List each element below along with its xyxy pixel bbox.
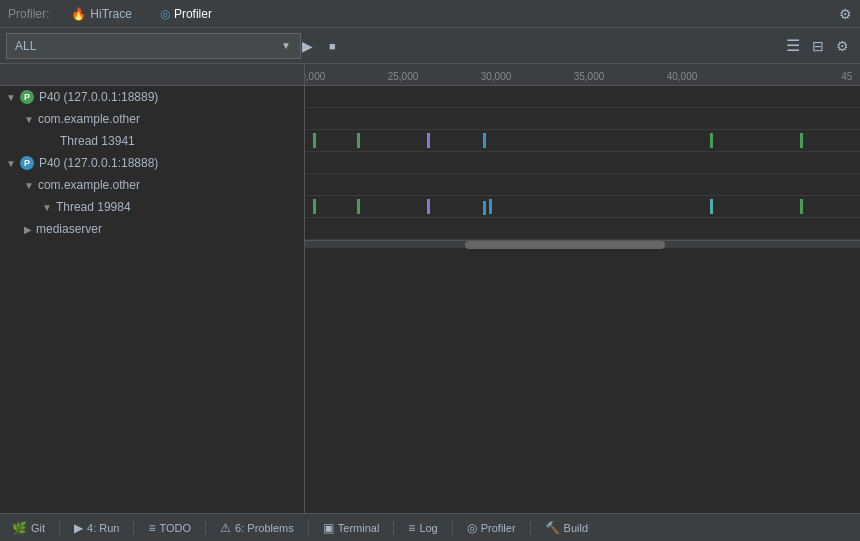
timeline-row-6 <box>305 218 860 240</box>
ruler-mark: 45 <box>841 71 852 82</box>
git-icon: 🌿 <box>12 521 27 535</box>
tab-profiler[interactable]: ◎ Profiler <box>154 5 218 23</box>
ruler-mark: 35,000 <box>574 71 605 82</box>
log-label: Log <box>419 522 437 534</box>
status-divider <box>452 521 453 535</box>
group-label: mediaserver <box>36 222 102 236</box>
tree-row-thread-13941[interactable]: Thread 13941 <box>0 130 304 152</box>
timeline-bar <box>357 199 360 214</box>
profiler-label: Profiler <box>481 522 516 534</box>
build-icon: 🔨 <box>545 521 560 535</box>
timeline-rows <box>305 86 860 240</box>
status-build[interactable]: 🔨 Build <box>539 519 594 537</box>
chart-icon: ◎ <box>160 7 170 21</box>
chevron-icon: ▶ <box>24 224 32 235</box>
timeline-bar <box>427 199 430 214</box>
tree-row-com-example-1[interactable]: ▼ com.example.other <box>0 108 304 130</box>
thread-label: Thread 19984 <box>56 200 131 214</box>
toolbar: ALL ▼ ▶ ■ ☰ ⊟ ⚙ <box>0 28 860 64</box>
main-area: ▼ P P40 (127.0.0.1:18889) ▼ com.example.… <box>0 64 860 513</box>
ruler-mark: 25,000 <box>388 71 419 82</box>
timeline-bar <box>357 133 360 148</box>
menu-button[interactable]: ☰ <box>781 33 805 58</box>
status-terminal[interactable]: ▣ Terminal <box>317 519 386 537</box>
terminal-label: Terminal <box>338 522 380 534</box>
group-label: com.example.other <box>38 178 140 192</box>
settings-icon-button[interactable]: ⚙ <box>831 33 854 58</box>
process-label: P40 (127.0.0.1:18889) <box>39 90 158 104</box>
status-bar: 🌿 Git ▶ 4: Run ≡ TODO ⚠ 6: Problems ▣ Te… <box>0 513 860 541</box>
timeline-bar <box>800 133 803 148</box>
flame-icon: 🔥 <box>71 7 86 21</box>
tree-row-thread-19984[interactable]: ▼ Thread 19984 <box>0 196 304 218</box>
ruler-mark: 20,000 <box>305 71 325 82</box>
process-label: P40 (127.0.0.1:18888) <box>39 156 158 170</box>
timeline-scrollbar[interactable] <box>305 240 860 248</box>
run-label: 4: Run <box>87 522 119 534</box>
status-run[interactable]: ▶ 4: Run <box>68 519 125 537</box>
scrollbar-thumb[interactable] <box>465 241 665 249</box>
tab-hitrace[interactable]: 🔥 HiTrace <box>65 5 138 23</box>
timeline-row-4 <box>305 174 860 196</box>
status-divider <box>133 521 134 535</box>
timeline-bar <box>710 199 713 214</box>
timeline-bar <box>483 133 486 148</box>
chevron-icon: ▼ <box>42 202 52 213</box>
terminal-icon: ▣ <box>323 521 334 535</box>
problems-label: 6: Problems <box>235 522 294 534</box>
status-log[interactable]: ≡ Log <box>402 519 443 537</box>
settings-button[interactable]: ⚙ <box>839 6 852 22</box>
timeline-bar <box>489 199 492 214</box>
status-todo[interactable]: ≡ TODO <box>142 519 197 537</box>
tree-row-com-example-2[interactable]: ▼ com.example.other <box>0 174 304 196</box>
thread-label: Thread 13941 <box>60 134 135 148</box>
timeline-row-3 <box>305 152 860 174</box>
filter-dropdown[interactable]: ALL <box>6 33 301 59</box>
timeline-row-thread-13941[interactable] <box>305 130 860 152</box>
toolbar-right: ☰ ⊟ ⚙ <box>781 33 854 58</box>
status-git[interactable]: 🌿 Git <box>6 519 51 537</box>
status-divider <box>59 521 60 535</box>
git-label: Git <box>31 522 45 534</box>
timeline-bar <box>313 199 316 214</box>
status-divider <box>205 521 206 535</box>
build-label: Build <box>564 522 588 534</box>
profiler-icon: ◎ <box>467 521 477 535</box>
timeline-row-0 <box>305 86 860 108</box>
status-divider <box>530 521 531 535</box>
title-bar: Profiler: 🔥 HiTrace ◎ Profiler ⚙ <box>0 0 860 28</box>
filter-button[interactable]: ⊟ <box>807 33 829 58</box>
status-divider <box>393 521 394 535</box>
process-icon-blue: P <box>20 156 34 170</box>
timeline-ruler: 20,000 25,000 30,000 35,000 40,000 45 <box>305 64 860 86</box>
timeline-bar <box>427 133 430 148</box>
timeline-bar <box>710 133 713 148</box>
tree-panel: ▼ P P40 (127.0.0.1:18889) ▼ com.example.… <box>0 64 305 513</box>
timeline-bar <box>483 201 486 215</box>
app-name: Profiler: <box>8 7 49 21</box>
chevron-icon: ▼ <box>6 92 16 103</box>
timeline-bar <box>313 133 316 148</box>
tree-row-mediaserver[interactable]: ▶ mediaserver <box>0 218 304 240</box>
timeline-row-1 <box>305 108 860 130</box>
timeline-panel: 20,000 25,000 30,000 35,000 40,000 45 <box>305 64 860 513</box>
ruler-mark: 30,000 <box>481 71 512 82</box>
chevron-icon: ▼ <box>6 158 16 169</box>
chevron-icon: ▼ <box>24 180 34 191</box>
ruler-mark: 40,000 <box>667 71 698 82</box>
log-icon: ≡ <box>408 521 415 535</box>
problems-icon: ⚠ <box>220 521 231 535</box>
group-label: com.example.other <box>38 112 140 126</box>
todo-icon: ≡ <box>148 521 155 535</box>
tree-row-p40-18889[interactable]: ▼ P P40 (127.0.0.1:18889) <box>0 86 304 108</box>
timeline-row-thread-19984[interactable] <box>305 196 860 218</box>
tree-row-p40-18888[interactable]: ▼ P P40 (127.0.0.1:18888) <box>0 152 304 174</box>
todo-label: TODO <box>160 522 192 534</box>
status-problems[interactable]: ⚠ 6: Problems <box>214 519 300 537</box>
stop-button[interactable]: ■ <box>324 37 341 55</box>
status-divider <box>308 521 309 535</box>
status-profiler[interactable]: ◎ Profiler <box>461 519 522 537</box>
chevron-icon: ▼ <box>24 114 34 125</box>
timeline-bar <box>800 199 803 214</box>
process-icon-green: P <box>20 90 34 104</box>
